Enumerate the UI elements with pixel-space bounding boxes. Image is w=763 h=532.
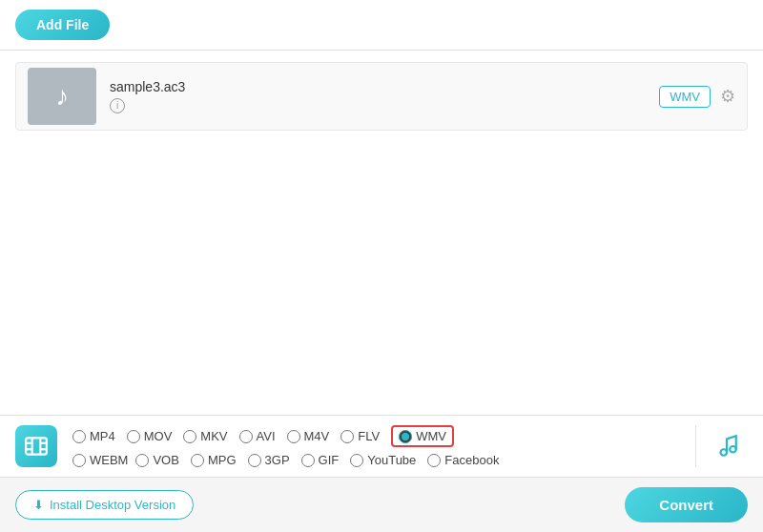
format-option-3gp[interactable]: 3GP [248, 453, 290, 467]
format-option-webm[interactable]: WEBM [72, 453, 128, 467]
format-option-gif[interactable]: GIF [301, 453, 340, 467]
format-option-mpg[interactable]: MPG [191, 453, 237, 467]
format-option-youtube[interactable]: YouTube [350, 453, 416, 467]
audio-note-icon [714, 434, 739, 459]
audio-icon-area [706, 425, 748, 467]
file-thumbnail: ♪ [28, 68, 96, 125]
convert-button[interactable]: Convert [625, 487, 748, 522]
format-row-1: MP4 MOV MKV AVI M4V FLV WM [72, 425, 686, 447]
divider [695, 425, 696, 467]
format-option-m4v[interactable]: M4V [287, 429, 330, 443]
file-info: sample3.ac3 i [110, 79, 659, 113]
format-row-2: WEBM VOB MPG 3GP GIF YouTube [72, 453, 686, 467]
format-grid: MP4 MOV MKV AVI M4V FLV WM [72, 425, 686, 467]
format-option-vob[interactable]: VOB [135, 453, 178, 467]
format-option-flv[interactable]: FLV [340, 429, 380, 443]
music-note-icon: ♪ [55, 81, 69, 112]
format-option-avi[interactable]: AVI [239, 429, 276, 443]
format-selector: MP4 MOV MKV AVI M4V FLV WM [0, 416, 763, 477]
format-option-mp4[interactable]: MP4 [72, 429, 115, 443]
format-option-wmv[interactable]: WMV [391, 425, 454, 447]
info-icon[interactable]: i [110, 98, 125, 113]
top-bar: Add File [0, 0, 763, 51]
format-option-facebook[interactable]: Facebook [427, 453, 499, 467]
svg-rect-0 [26, 438, 47, 454]
add-file-button[interactable]: Add File [15, 10, 110, 40]
format-option-mov[interactable]: MOV [127, 429, 173, 443]
file-name: sample3.ac3 [110, 79, 659, 94]
format-badge[interactable]: WMV [659, 86, 711, 108]
format-option-mkv[interactable]: MKV [183, 429, 227, 443]
settings-icon[interactable]: ⚙ [720, 86, 735, 107]
download-icon: ⬇ [33, 498, 44, 512]
file-actions: WMV ⚙ [659, 86, 735, 108]
file-list-area: ♪ sample3.ac3 i WMV ⚙ [0, 51, 763, 415]
file-item: ♪ sample3.ac3 i WMV ⚙ [15, 62, 748, 131]
bottom-panel: MP4 MOV MKV AVI M4V FLV WM [0, 415, 763, 477]
format-type-icon [15, 425, 57, 467]
bottom-action-bar: ⬇ Install Desktop Version Convert [0, 477, 763, 532]
film-icon [24, 434, 49, 459]
install-desktop-button[interactable]: ⬇ Install Desktop Version [15, 490, 194, 520]
